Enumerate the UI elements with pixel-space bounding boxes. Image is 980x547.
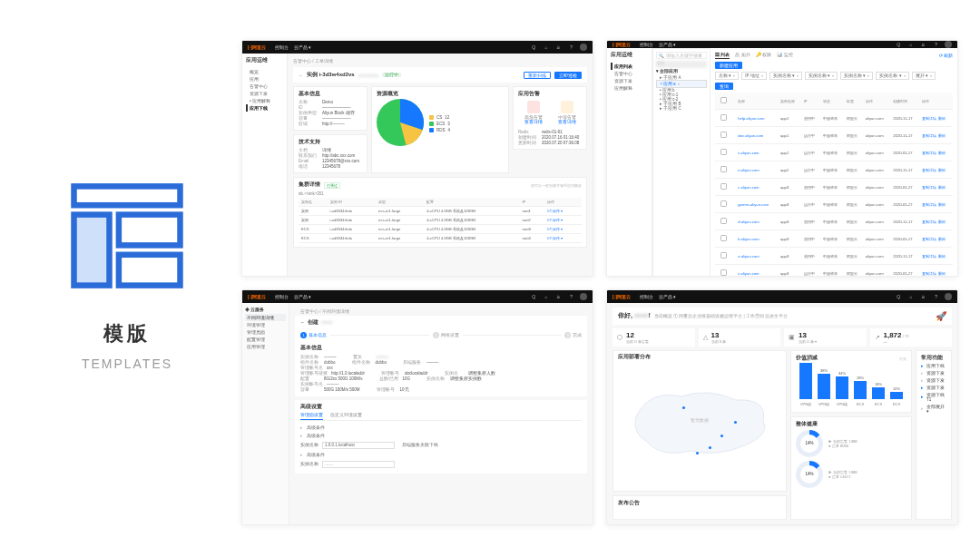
refresh-icon[interactable]: ⟳ 刷新 xyxy=(939,53,953,58)
back-icon[interactable]: ← xyxy=(299,73,303,78)
page-header: ← 实例 i-3d3w4xd2vs xxxxxxxxx 运行中 重新扫描 立即巡… xyxy=(293,67,587,83)
template-dashboard-page: [-]阿里云控制台云产品 ▾Q⌂🕭? 你好, xxxx! 当前概览 ① 阿里云企… xyxy=(606,289,958,526)
bar-chart-card: 价值消减 万元 56%VPN线38%VPN线34%VPN线28%ECS18%EC… xyxy=(790,350,912,413)
templates-intro: 模版 TEMPLATES xyxy=(18,0,236,547)
sidebar-item[interactable]: 资源下发 xyxy=(246,90,283,97)
pie-chart xyxy=(377,99,424,146)
basic-info-card: 基本信息 名称DemoID———————实例类型Aliyun Block 储存容… xyxy=(293,86,368,131)
template-detail-page: [-]阿里云 控制台 云产品 ▾ Q ⌂ 🕭 ? 应用运维 概览应用告警中心资源… xyxy=(241,40,593,277)
cluster-table: 实例名实例 ID类型配置IP操作实例i-xd3534rhduecs-m1.lar… xyxy=(299,198,582,243)
template-wizard-page: [-]阿里云控制台云产品 ▾Q⌂🕭? ◈ 云服务 不同环境详情环境管理管理员面配… xyxy=(241,289,593,526)
search-icon[interactable]: Q xyxy=(530,44,537,50)
cart-icon[interactable]: ⌂ xyxy=(543,44,549,50)
step-indicator: 1基本信息2网络设置3完成 xyxy=(295,329,587,341)
bell-icon[interactable]: 🕭 xyxy=(554,44,563,50)
svg-rect-2 xyxy=(119,214,181,245)
data-table: 名称实例名称IP状态标签操作创建时间操作help.aliyun.comapp1启… xyxy=(715,93,953,277)
sidebar: 应用运维 概览应用告警中心资源下发• 应用解释应用下线 xyxy=(242,54,288,276)
brand[interactable]: [-]阿里云 xyxy=(248,44,266,50)
sidebar-item[interactable]: 应用 xyxy=(246,75,283,83)
resource-overview-card: 资源概览 CS12ECS3RDS4 xyxy=(371,86,509,173)
back-icon[interactable]: ← xyxy=(300,319,305,325)
app-alerts-card: 应用告警 高危告警查看详情中等告警查看详情 Redisredis-01-01创建… xyxy=(513,86,587,150)
sidebar-item[interactable]: 应用下线 xyxy=(246,104,283,112)
breadcrumb[interactable]: 告警中心 / 工单详情 xyxy=(293,58,587,63)
cluster-card: 集群详情 已通过 您可以一键创建并管理应用集群 ab.<rank>351 实例名… xyxy=(293,177,587,248)
rocket-icon: 🚀 xyxy=(936,311,946,321)
welcome-banner: 你好, xxxx! 当前概览 ① 阿里云企业级基础设施运维平台 | 工作空间 云… xyxy=(612,308,952,325)
stats-row: ⬡12当前 0 条告警△13当前 0 条▣13当前 0 条 ▾↗1,872 / … xyxy=(612,328,952,347)
title-cn: 模版 xyxy=(103,320,151,347)
avatar[interactable] xyxy=(580,44,587,51)
svg-rect-3 xyxy=(119,254,181,285)
svg-rect-1 xyxy=(74,214,110,285)
tabs[interactable]: ☰ 列表品 拓扑🔑 权限📊 监控 xyxy=(715,52,793,59)
sidebar-item[interactable]: • 应用解释 xyxy=(246,97,283,104)
template-list-page: [-]阿里云控制台云产品 ▾Q⌂🕭? 应用运维 应用列表告警中心资源下发应用解释… xyxy=(606,40,958,277)
breadcrumb[interactable]: 告警中心 / 不同环境详情 xyxy=(295,308,587,316)
help-icon[interactable]: ? xyxy=(568,44,574,50)
health-card: 整体健康 14%▶ 当前告警 1388● 正常 806014%▶ 当前告警 13… xyxy=(790,416,912,521)
sidebar-item[interactable]: 概览 xyxy=(246,68,283,75)
svg-rect-0 xyxy=(74,186,181,205)
topbar: [-]阿里云 控制台 云产品 ▾ Q ⌂ 🕭 ? xyxy=(242,41,593,54)
secondary-nav: ◈ 云服务 不同环境详情环境管理管理员面配置管理应用管理 xyxy=(242,303,289,525)
secondary-button[interactable]: 重新扫描 xyxy=(524,72,551,79)
search-button[interactable]: 查询 xyxy=(715,83,733,90)
map-card: 应用部署分布 暂无数据 xyxy=(612,350,787,493)
tech-support-card: 技术支持 文档详情联系我们http://abc.xxx.comEmail1234… xyxy=(293,134,368,173)
primary-button[interactable]: 立即巡检 xyxy=(554,72,582,79)
title-en: TEMPLATES xyxy=(82,357,172,371)
tree-search[interactable]: 🔍 请输入关键字搜索 xyxy=(656,52,707,59)
new-button[interactable]: 新建应用 xyxy=(715,62,742,69)
resource-tree: 🔍 请输入关键字搜索 xxxx ▾ 全部应用 ▸ 子应用 A• 应用 a• 应用… xyxy=(652,48,710,277)
quick-ops-card: 常用功能 ▸应用下线▸资源下发▸资源下发▸资源下发▸资源下线 T1▸全部展开 ▾ xyxy=(916,350,952,521)
sidebar-item[interactable]: 告警中心 xyxy=(246,83,283,90)
news-card: 发布公告 xyxy=(612,495,787,520)
templates-icon xyxy=(68,177,186,295)
